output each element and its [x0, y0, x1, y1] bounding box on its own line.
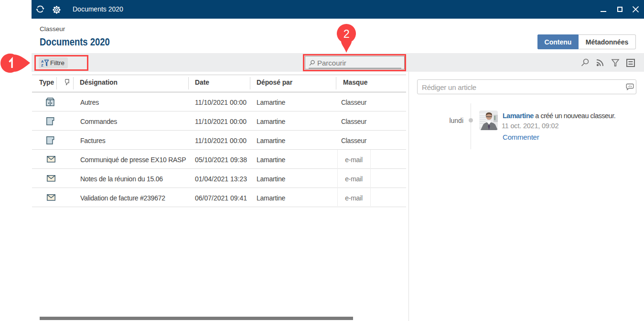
svg-text:2: 2 — [343, 28, 350, 40]
